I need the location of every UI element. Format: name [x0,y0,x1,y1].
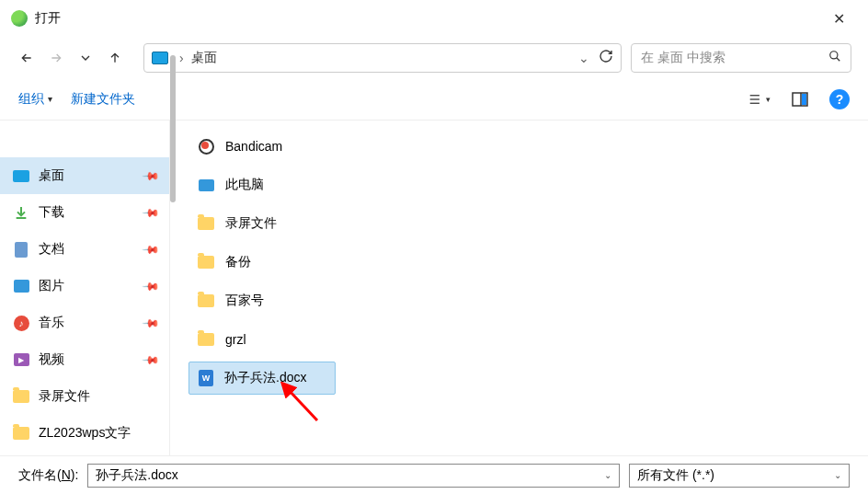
file-item[interactable]: 录屏文件 [188,207,336,240]
sidebar: 桌面 📌 下载 📌 文档 📌 图片 📌 ♪ 音乐 📌 ▶ 视频 📌 [0,121,170,455]
document-icon [13,241,29,258]
folder-icon [13,427,29,440]
folder-icon [198,294,214,307]
back-button[interactable] [17,48,37,68]
picture-icon [13,278,29,294]
filename-label: 文件名(N): [18,467,78,484]
chevron-down-icon[interactable]: ⌄ [604,470,611,480]
file-name: 录屏文件 [225,215,277,232]
folder-icon [198,217,214,230]
file-type-filter[interactable]: 所有文件 (*.*) ⌄ [629,464,850,488]
forward-button[interactable] [46,48,66,68]
svg-rect-6 [802,94,806,105]
sidebar-item-desktop[interactable]: 桌面 📌 [0,157,169,194]
organize-button[interactable]: 组织 ▾ [18,91,52,108]
thispc-icon [198,177,214,193]
toolbar: 组织 ▾ 新建文件夹 ▾ ? [0,78,868,120]
file-item[interactable]: Bandicam [188,130,336,163]
recent-dropdown[interactable] [75,48,96,68]
address-dropdown-icon[interactable]: ⌄ [578,51,589,65]
file-list[interactable]: Bandicam 此电脑 录屏文件 备份 百家号 grzl W 孙子兵法.doc… [170,121,868,455]
app-icon [11,10,28,27]
sidebar-label: 文档 [39,241,64,258]
search-icon[interactable] [828,50,841,65]
sidebar-item-folder[interactable]: ZL2023wps文字 [0,415,169,452]
window-title: 打开 [35,10,820,27]
app-icon [198,138,214,155]
help-button[interactable]: ? [829,89,850,109]
sidebar-label: 图片 [39,278,64,294]
sidebar-item-folder[interactable]: 录屏文件 [0,378,169,415]
chevron-icon[interactable]: › [176,51,188,65]
music-icon: ♪ [13,315,29,331]
title-bar: 打开 ✕ [0,0,868,37]
sidebar-item-videos[interactable]: ▶ 视频 📌 [0,341,169,378]
pin-icon: 📌 [142,240,161,259]
chevron-down-icon[interactable]: ⌄ [834,470,841,480]
file-item[interactable]: 百家号 [188,284,336,317]
pin-icon: 📌 [142,350,161,370]
close-button[interactable]: ✕ [820,10,857,28]
new-folder-button[interactable]: 新建文件夹 [71,91,135,108]
file-item[interactable]: 此电脑 [188,168,336,201]
file-item[interactable]: grzl [188,323,336,356]
docx-icon: W [199,370,213,386]
pin-icon: 📌 [142,314,161,333]
view-mode-button[interactable]: ▾ [748,88,771,110]
file-name: Bandicam [225,139,282,154]
address-bar[interactable]: › 桌面 ⌄ [143,43,622,73]
sidebar-label: 桌面 [39,167,64,184]
file-item[interactable]: 备份 [188,246,336,279]
sidebar-label: 录屏文件 [39,388,90,405]
sidebar-label: 视频 [39,351,64,368]
video-icon: ▶ [13,351,29,368]
file-name: grzl [225,332,246,347]
sidebar-item-downloads[interactable]: 下载 📌 [0,194,169,231]
folder-icon [198,333,214,346]
folder-icon [198,256,214,269]
file-name: 百家号 [225,293,264,309]
svg-point-0 [830,52,838,59]
search-placeholder: 在 桌面 中搜索 [641,50,828,66]
file-name: 孙子兵法.docx [224,370,306,386]
pin-icon: 📌 [142,167,161,186]
file-name: 备份 [225,254,251,270]
main-area: 桌面 📌 下载 📌 文档 📌 图片 📌 ♪ 音乐 📌 ▶ 视频 📌 [0,120,868,455]
download-icon [13,204,29,221]
file-item-selected[interactable]: W 孙子兵法.docx [188,362,336,395]
pin-icon: 📌 [142,277,161,296]
breadcrumb-item[interactable]: 桌面 [188,50,221,66]
sidebar-label: 音乐 [39,315,64,331]
footer: 文件名(N): 孙子兵法.docx ⌄ 所有文件 (*.*) ⌄ [0,455,868,494]
file-name: 此电脑 [225,177,264,193]
sidebar-item-pictures[interactable]: 图片 📌 [0,268,169,304]
pin-icon: 📌 [142,203,161,223]
preview-pane-button[interactable] [789,88,811,110]
refresh-button[interactable] [599,49,613,66]
folder-icon [13,390,29,403]
monitor-icon [13,167,29,184]
search-input[interactable]: 在 桌面 中搜索 [631,43,851,73]
up-button[interactable] [105,48,125,68]
sidebar-item-documents[interactable]: 文档 📌 [0,231,169,268]
sidebar-item-music[interactable]: ♪ 音乐 📌 [0,304,169,341]
filename-input[interactable]: 孙子兵法.docx ⌄ [87,464,620,488]
monitor-icon [152,52,168,64]
sidebar-label: ZL2023wps文字 [39,425,131,442]
sidebar-label: 下载 [39,204,64,221]
nav-bar: › 桌面 ⌄ 在 桌面 中搜索 [0,37,868,78]
